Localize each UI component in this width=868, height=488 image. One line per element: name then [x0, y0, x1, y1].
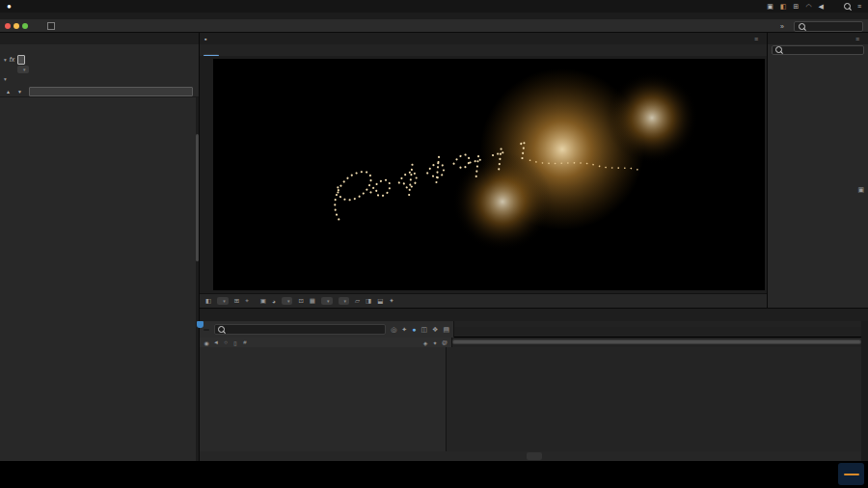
snapshot-icon[interactable]: ▣ — [260, 297, 266, 305]
workspace-bar: » — [771, 21, 863, 32]
timeline-search-icon — [218, 326, 225, 333]
mask-visibility-icon[interactable]: ⌖ — [245, 297, 249, 305]
effect-controls-panel: ▾ fx ▾ ▾ ▲ ▼ — [0, 33, 199, 461]
timeline-search-input[interactable] — [214, 324, 386, 335]
parent-column-icon[interactable]: @ — [441, 339, 448, 345]
effects-presets-search-input[interactable] — [772, 45, 864, 55]
viewer-tab-row — [200, 44, 767, 56]
timeline-panel: ◎ ✦ ● ◫ ❖ ▤ ◉ ◄ ○ ▯ # — [200, 309, 868, 461]
always-preview-icon[interactable]: ◧ — [205, 297, 211, 305]
search-help-icon — [799, 23, 805, 30]
timeline-button-icon[interactable]: ⬓ — [377, 297, 383, 305]
composition-viewer-panel: ▪ ≡ — [200, 33, 767, 308]
timeline-column-headers: ◉ ◄ ○ ▯ # ◈ ✦ @ — [200, 338, 868, 347]
menu-extra-icon-1[interactable]: ▣ — [767, 3, 773, 10]
animation-presets-dropdown[interactable]: ▾ — [17, 66, 29, 73]
composition-panel-header[interactable]: ▪ ≡ — [200, 33, 767, 44]
menubar-status: ▣ ◧ ⊞ ◠ ◀ ≡ — [767, 3, 861, 10]
frame-blend-icon[interactable]: ◫ — [420, 326, 427, 334]
timeline-vertical-scrollbar[interactable] — [861, 321, 868, 461]
window-title — [0, 13, 868, 19]
current-time-indicator-head[interactable] — [197, 321, 203, 328]
hide-shy-icon[interactable]: ● — [412, 326, 416, 333]
time-ruler[interactable] — [454, 327, 861, 338]
effect-twirl-icon[interactable]: ▾ — [4, 57, 7, 63]
snapping-checkbox[interactable] — [47, 22, 55, 30]
timeline-control-row: ◎ ✦ ● ◫ ❖ ▤ — [200, 321, 868, 338]
effect-header-row[interactable]: ▾ fx — [0, 54, 199, 65]
effects-presets-menu-icon[interactable]: ≡ — [852, 36, 863, 42]
after-effects-screen: ● ▣ ◧ ⊞ ◠ ◀ ≡ » — [0, 0, 868, 488]
graph-editor-icon[interactable]: ▤ — [443, 326, 449, 334]
new-folder-icon[interactable]: ▣ — [857, 186, 864, 194]
viewer-canvas-area — [200, 56, 767, 293]
notification-center-icon[interactable]: ≡ — [857, 3, 861, 10]
transparency-grid-icon[interactable]: ▦ — [310, 297, 315, 305]
flowchart-icon[interactable]: ✦ — [389, 297, 393, 305]
draft-3d-icon[interactable]: ✦ — [401, 326, 407, 334]
effects-presets-search-row — [768, 44, 868, 55]
preset-prev-icon[interactable]: ▲ — [6, 89, 12, 95]
menu-extra-icon-2[interactable]: ◧ — [780, 3, 787, 10]
viewer-bottom-toolbar: ◧ ▾ ⊞ ⌖ ▣ ◕ ▾ ⊡ ▦ ▾ ▾ ▱ ◨ ⬓ ✦ — [200, 293, 767, 308]
audio-column-icon[interactable]: ◄ — [212, 339, 220, 345]
preset-file-bar: ▲ ▼ — [0, 87, 199, 96]
region-of-interest-icon[interactable]: ⊡ — [298, 297, 303, 305]
volume-icon[interactable]: ◀ — [819, 3, 824, 10]
solo-column-icon[interactable]: ○ — [222, 339, 230, 345]
wifi-icon[interactable]: ◠ — [805, 3, 811, 10]
work-area-bar[interactable] — [452, 339, 861, 344]
minimize-window-button[interactable] — [14, 23, 19, 29]
channel-icon[interactable]: ◕ — [272, 298, 276, 305]
pixel-aspect-icon[interactable]: ▱ — [355, 297, 360, 305]
timeline-tabs — [200, 309, 868, 321]
preset-next-icon[interactable]: ▼ — [17, 89, 23, 95]
php-watermark-underline — [844, 474, 859, 475]
effects-presets-header[interactable]: ≡ — [768, 33, 868, 44]
snapping-control[interactable] — [47, 22, 58, 30]
motion-blur-icon[interactable]: ❖ — [432, 326, 438, 334]
lock-column-icon[interactable]: ▯ — [231, 339, 239, 346]
fx-column-icon[interactable]: ✦ — [431, 339, 439, 346]
effect-section-row[interactable]: ▾ — [0, 74, 199, 83]
preset-file-name[interactable] — [29, 87, 193, 96]
macos-menubar: ● ▣ ◧ ⊞ ◠ ◀ ≡ — [0, 0, 868, 13]
burst-glow-right — [606, 72, 698, 164]
effect-controls-tabs — [0, 33, 199, 44]
timeline-timecode[interactable] — [203, 329, 209, 331]
effect-parameters — [0, 96, 199, 461]
apple-logo-icon[interactable]: ● — [7, 2, 12, 11]
search-help-box[interactable] — [794, 21, 863, 32]
view-layout-dropdown[interactable]: ▾ — [339, 297, 350, 305]
effects-presets-tree: ▣ — [768, 55, 868, 308]
camera-dropdown[interactable]: ▾ — [321, 297, 333, 305]
effect-name[interactable] — [17, 55, 25, 65]
effect-controls-scrollbar[interactable] — [196, 97, 199, 461]
panel-menu-icon[interactable]: ≡ — [750, 36, 762, 42]
php-watermark — [838, 463, 864, 485]
zoom-window-button[interactable] — [22, 23, 28, 29]
panel-lock-icon[interactable]: ▪ — [204, 36, 206, 42]
letterbox-footer — [0, 461, 868, 488]
composition-canvas[interactable] — [213, 59, 765, 290]
timeline-body: ◎ ✦ ● ◫ ❖ ▤ ◉ ◄ ○ ▯ # — [200, 321, 868, 461]
menu-extra-icon-3[interactable]: ⊞ — [794, 3, 800, 10]
composition-mini-flowchart-icon[interactable]: ◎ — [391, 326, 396, 334]
close-window-button[interactable] — [5, 23, 11, 29]
switches-column-icon[interactable]: ◈ — [421, 339, 429, 346]
effect-controls-source — [0, 44, 199, 54]
app-toolbar: » — [0, 19, 868, 34]
window-controls — [5, 23, 28, 29]
resolution-dropdown[interactable]: ▾ — [282, 297, 293, 305]
section-twirl-icon[interactable]: ▾ — [4, 76, 7, 82]
timeline-bottom-bar — [200, 451, 868, 461]
burst-glow-low — [452, 152, 553, 252]
fast-preview-icon[interactable]: ◨ — [366, 297, 371, 305]
workspace-overflow-icon[interactable]: » — [780, 23, 784, 30]
grid-guides-icon[interactable]: ⊞ — [234, 297, 239, 305]
spotlight-icon[interactable] — [844, 3, 851, 10]
fireworks-artwork — [213, 59, 765, 290]
toggle-switches-button[interactable] — [527, 452, 542, 460]
video-column-icon[interactable]: ◉ — [203, 339, 210, 346]
magnification-dropdown[interactable]: ▾ — [217, 297, 229, 305]
